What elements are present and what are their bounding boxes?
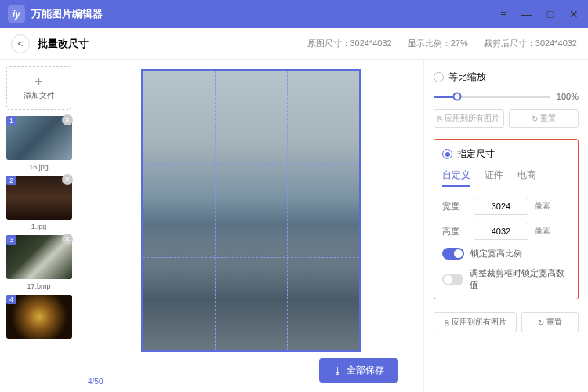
height-label: 高度:	[442, 226, 467, 238]
lock-crop-label: 调整裁剪框时锁定宽高数值	[470, 267, 570, 291]
save-all-button[interactable]: ⭳ 全部保存	[319, 358, 398, 383]
thumb-remove-icon[interactable]: ✕	[62, 174, 73, 185]
thumb-item[interactable]: 3 ✕	[6, 235, 71, 279]
apply-icon: ⎘	[445, 318, 449, 327]
thumb-item[interactable]: 1 ✕	[6, 116, 71, 160]
maximize-icon[interactable]: □	[544, 8, 557, 20]
slider-value: 100%	[557, 92, 579, 101]
apply-all-button-2[interactable]: ⎘应用到所有图片	[434, 312, 517, 332]
thumb-index: 3	[6, 235, 16, 245]
preview-image	[143, 71, 359, 350]
width-label: 宽度:	[442, 201, 467, 212]
radio-fixed-size[interactable]	[442, 149, 452, 159]
crop-handle[interactable]	[141, 341, 152, 352]
download-icon: ⭳	[333, 365, 343, 376]
crop-handle[interactable]	[350, 69, 361, 80]
reset-button-2[interactable]: ↻重置	[521, 312, 579, 332]
grid-line	[143, 257, 359, 258]
crop-frame[interactable]	[141, 69, 361, 352]
grid-line	[287, 71, 288, 350]
tab-id[interactable]: 证件	[485, 169, 503, 187]
reset-icon: ↻	[532, 114, 538, 123]
thumb-remove-icon[interactable]: ✕	[62, 114, 73, 125]
app-logo: iy	[8, 5, 25, 23]
crop-handle[interactable]	[141, 69, 152, 80]
grid-line	[215, 71, 216, 350]
toolbar: < 批量改尺寸 原图尺寸：3024*4032 显示比例：27% 裁剪后尺寸：30…	[0, 28, 588, 60]
add-file-label: 添加文件	[24, 90, 55, 101]
tab-custom[interactable]: 自定义	[442, 169, 470, 187]
crop-handle[interactable]	[350, 341, 361, 352]
thumb-item[interactable]: 4	[6, 295, 71, 339]
info-original-size: 原图尺寸：3024*4032	[307, 38, 392, 49]
app-title: 万能图片编辑器	[31, 7, 497, 21]
fixed-size-label: 指定尺寸	[457, 147, 495, 161]
sidebar: + 添加文件 1 ✕ 16.jpg 2 ✕ 1.jpg 3 ✕ 17.bmp 4	[0, 60, 78, 392]
info-display-ratio: 显示比例：27%	[408, 38, 468, 49]
grid-line	[143, 164, 359, 165]
radio-scale[interactable]	[434, 72, 444, 82]
back-button[interactable]: <	[11, 34, 30, 53]
fixed-size-section: 指定尺寸 自定义 证件 电商 宽度: 像素 高度: 像素 锁定宽高比例	[434, 139, 579, 299]
width-input[interactable]	[474, 198, 528, 215]
save-all-label: 全部保存	[347, 364, 384, 377]
thumb-remove-icon[interactable]: ✕	[62, 234, 73, 245]
page-counter: 4/50	[88, 377, 103, 386]
unit-label: 像素	[535, 226, 550, 237]
slider-thumb[interactable]	[452, 93, 461, 101]
unit-label: 像素	[535, 201, 550, 212]
scale-label: 等比缩放	[448, 71, 486, 84]
thumb-index: 2	[6, 176, 16, 185]
info-cropped-size: 裁剪后尺寸：3024*4032	[484, 38, 577, 49]
close-icon[interactable]: ✕	[568, 8, 580, 20]
thumb-item[interactable]: 2 ✕	[6, 176, 71, 220]
titlebar: iy 万能图片编辑器 ≡ — □ ✕	[0, 0, 588, 28]
thumb-filename: 17.bmp	[6, 282, 71, 290]
right-panel: 等比缩放 100% ⎘应用到所有图片 ↻重置 指定尺寸 自定义 证件 电商	[423, 60, 588, 392]
toggle-lock-ratio[interactable]	[442, 248, 464, 260]
apply-all-button[interactable]: ⎘应用到所有图片	[434, 109, 504, 128]
scale-slider[interactable]	[434, 96, 550, 98]
tab-ecom[interactable]: 电商	[517, 169, 536, 187]
thumb-filename: 16.jpg	[6, 163, 71, 171]
reset-icon: ↻	[538, 318, 544, 327]
page-title: 批量改尺寸	[38, 37, 89, 51]
lock-ratio-label: 锁定宽高比例	[470, 248, 522, 260]
add-file-button[interactable]: + 添加文件	[6, 66, 71, 110]
minimize-icon[interactable]: —	[521, 8, 533, 20]
height-input[interactable]	[474, 223, 528, 240]
toggle-lock-crop[interactable]	[442, 274, 463, 285]
apply-icon: ⎘	[437, 114, 442, 123]
canvas-area: ⭳ 全部保存 4/50	[78, 60, 423, 392]
menu-icon[interactable]: ≡	[497, 8, 510, 20]
reset-button[interactable]: ↻重置	[509, 109, 579, 128]
thumb-filename: 1.jpg	[6, 223, 71, 230]
thumb-index: 4	[6, 295, 16, 304]
plus-icon: +	[34, 74, 43, 89]
thumb-index: 1	[6, 116, 16, 125]
